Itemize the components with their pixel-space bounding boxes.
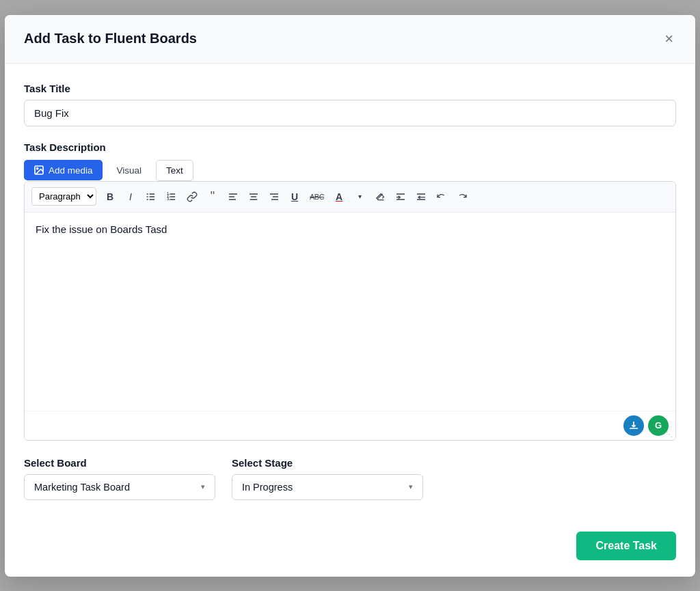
svg-point-6	[147, 199, 148, 200]
align-right-icon	[269, 191, 280, 202]
svg-point-4	[147, 196, 148, 197]
select-board-value: Marketing Task Board	[34, 482, 130, 493]
tab-text[interactable]: Text	[156, 160, 193, 181]
select-board-dropdown[interactable]: Marketing Task Board ▾	[24, 474, 215, 500]
align-center-icon	[248, 191, 259, 202]
italic-button[interactable]: I	[121, 187, 140, 206]
create-task-button[interactable]: Create Task	[576, 532, 676, 560]
close-button[interactable]: ×	[662, 29, 676, 49]
select-board-chevron: ▾	[201, 482, 205, 491]
indent-button[interactable]	[391, 187, 410, 206]
undo-button[interactable]	[432, 187, 451, 206]
paragraph-select[interactable]: Paragraph	[31, 187, 96, 206]
bold-button[interactable]: B	[100, 187, 120, 206]
select-stage-dropdown[interactable]: In Progress ▾	[232, 474, 423, 500]
eraser-button[interactable]	[371, 187, 390, 206]
outdent-icon	[416, 191, 427, 202]
indent-icon	[395, 191, 406, 202]
select-fields: Select Board Marketing Task Board ▾ Sele…	[24, 457, 676, 507]
link-button[interactable]	[183, 187, 202, 206]
svg-rect-7	[149, 199, 154, 200]
select-board-label: Select Board	[24, 457, 215, 469]
align-right-button[interactable]	[265, 187, 284, 206]
add-media-icon	[33, 165, 44, 176]
align-left-button[interactable]	[224, 187, 243, 206]
select-stage-label: Select Stage	[232, 457, 423, 469]
task-title-input[interactable]	[24, 100, 676, 126]
editor-footer: G	[25, 411, 675, 440]
svg-rect-11	[170, 196, 175, 197]
modal-body: Task Title Task Description Add media Vi…	[5, 64, 695, 521]
modal-footer: Create Task	[5, 521, 695, 577]
svg-text:3.: 3.	[167, 197, 170, 201]
svg-rect-3	[149, 193, 154, 194]
align-center-button[interactable]	[244, 187, 263, 206]
add-media-button[interactable]: Add media	[24, 160, 103, 180]
tab-visual[interactable]: Visual	[107, 160, 152, 181]
editor-content[interactable]: Fix the issue on Boards Tasd	[25, 212, 675, 411]
align-left-icon	[228, 191, 239, 202]
color-dropdown-button[interactable]: ▾	[350, 187, 369, 206]
svg-rect-5	[149, 196, 154, 197]
description-tabs: Add media Visual Text	[24, 160, 676, 181]
add-task-modal: Add Task to Fluent Boards × Task Title T…	[5, 15, 695, 577]
svg-rect-9	[170, 193, 175, 194]
underline-button[interactable]: U	[285, 187, 304, 206]
select-board-group: Select Board Marketing Task Board ▾	[24, 457, 215, 500]
editor-toolbar: Paragraph B I 1.	[25, 182, 675, 212]
strikethrough-button[interactable]: ABC	[306, 187, 328, 206]
select-stage-value: In Progress	[242, 482, 293, 493]
bullet-list-button[interactable]	[142, 187, 161, 206]
quote-button[interactable]: "	[203, 187, 222, 206]
task-title-label: Task Title	[24, 83, 676, 94]
redo-icon	[457, 191, 468, 202]
bullet-list-icon	[146, 191, 157, 202]
task-description-label: Task Description	[24, 141, 676, 153]
text-color-button[interactable]: A	[329, 187, 349, 206]
undo-icon	[436, 191, 447, 202]
modal-title: Add Task to Fluent Boards	[24, 31, 197, 46]
link-icon	[187, 191, 198, 202]
select-stage-chevron: ▾	[409, 482, 413, 491]
svg-point-1	[37, 168, 38, 169]
ordered-list-icon: 1. 2. 3.	[166, 191, 177, 202]
ordered-list-button[interactable]: 1. 2. 3.	[162, 187, 181, 206]
redo-button[interactable]	[453, 187, 472, 206]
select-stage-group: Select Stage In Progress ▾	[232, 457, 423, 500]
svg-rect-13	[170, 199, 175, 200]
eraser-icon	[375, 191, 386, 202]
modal-header: Add Task to Fluent Boards ×	[5, 15, 695, 64]
outdent-button[interactable]	[412, 187, 431, 206]
download-icon[interactable]	[623, 415, 644, 436]
editor-container: Paragraph B I 1.	[24, 181, 676, 441]
resize-handle[interactable]: ⋱	[666, 430, 674, 439]
svg-point-2	[147, 193, 148, 195]
